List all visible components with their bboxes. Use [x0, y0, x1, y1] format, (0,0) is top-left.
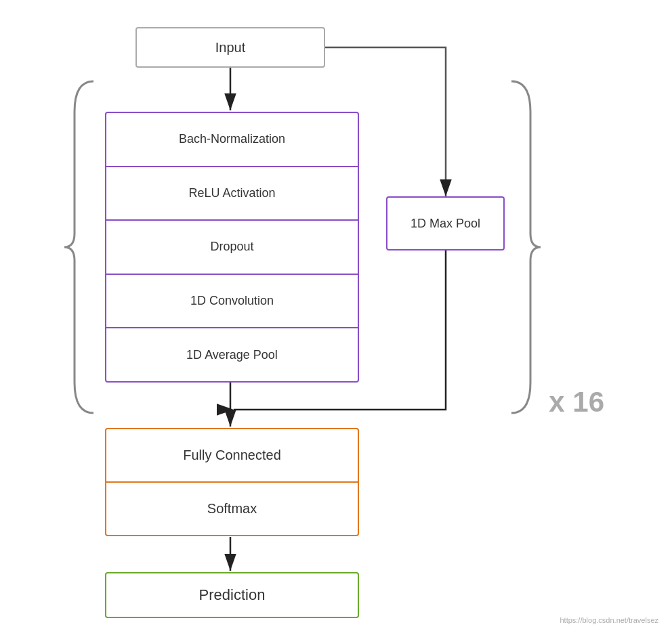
orange-group: Fully Connected Softmax: [105, 428, 359, 536]
conv1d-layer: 1D Convolution: [106, 275, 358, 329]
purple-group: Bach-Normalization ReLU Activation Dropo…: [105, 112, 359, 383]
input-label: Input: [215, 40, 245, 56]
batch-norm-layer: Bach-Normalization: [106, 113, 358, 167]
softmax-layer: Softmax: [106, 483, 358, 535]
maxpool-box: 1D Max Pool: [386, 196, 505, 251]
avgpool-layer: 1D Average Pool: [106, 328, 358, 381]
diagram-container: Input Bach-Normalization ReLU Activation…: [0, 0, 672, 631]
repeat-label: x 16: [549, 386, 604, 418]
prediction-box: Prediction: [105, 572, 359, 618]
fully-connected-layer: Fully Connected: [106, 429, 358, 483]
dropout-layer: Dropout: [106, 221, 358, 275]
input-box: Input: [135, 27, 325, 68]
watermark: https://blog.csdn.net/travelsez: [560, 616, 658, 624]
relu-layer: ReLU Activation: [106, 167, 358, 221]
